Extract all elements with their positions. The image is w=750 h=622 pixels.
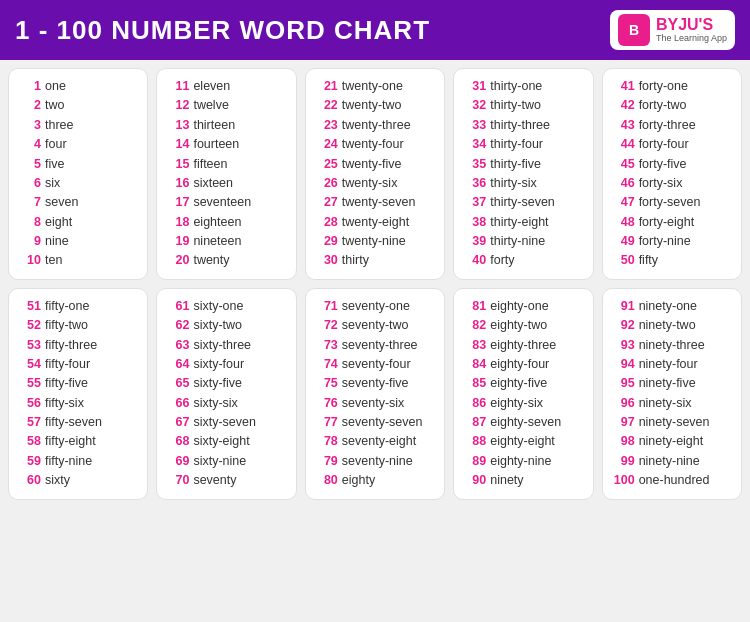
number-value: 7 <box>19 193 41 212</box>
number-value: 29 <box>316 232 338 251</box>
number-word: twenty-two <box>342 96 402 115</box>
list-item: 36thirty-six <box>464 174 582 193</box>
number-word: seventy-three <box>342 336 418 355</box>
number-word: thirty-seven <box>490 193 555 212</box>
number-value: 10 <box>19 251 41 270</box>
number-box: 91ninety-one92ninety-two93ninety-three94… <box>602 288 742 500</box>
number-value: 24 <box>316 135 338 154</box>
logo-subtitle: The Learning App <box>656 34 727 44</box>
list-item: 94ninety-four <box>613 355 731 374</box>
list-item: 27twenty-seven <box>316 193 434 212</box>
number-word: twenty-five <box>342 155 402 174</box>
number-value: 97 <box>613 413 635 432</box>
number-value: 9 <box>19 232 41 251</box>
list-item: 52fifty-two <box>19 316 137 335</box>
list-item: 13thirteen <box>167 116 285 135</box>
number-value: 42 <box>613 96 635 115</box>
number-word: eleven <box>193 77 230 96</box>
number-word: eighty-two <box>490 316 547 335</box>
list-item: 34thirty-four <box>464 135 582 154</box>
number-word: twenty-six <box>342 174 398 193</box>
number-word: forty-one <box>639 77 688 96</box>
number-word: ten <box>45 251 62 270</box>
list-item: 47forty-seven <box>613 193 731 212</box>
number-word: seventy-five <box>342 374 409 393</box>
number-value: 90 <box>464 471 486 490</box>
list-item: 76seventy-six <box>316 394 434 413</box>
list-item: 70seventy <box>167 471 285 490</box>
number-word: thirty-two <box>490 96 541 115</box>
number-value: 84 <box>464 355 486 374</box>
list-item: 12twelve <box>167 96 285 115</box>
list-item: 63sixty-three <box>167 336 285 355</box>
number-value: 69 <box>167 452 189 471</box>
list-item: 2two <box>19 96 137 115</box>
number-word: sixty-five <box>193 374 242 393</box>
list-item: 24twenty-four <box>316 135 434 154</box>
number-value: 14 <box>167 135 189 154</box>
number-value: 48 <box>613 213 635 232</box>
number-word: twenty-nine <box>342 232 406 251</box>
list-item: 59fifty-nine <box>19 452 137 471</box>
number-value: 46 <box>613 174 635 193</box>
number-box: 21twenty-one22twenty-two23twenty-three24… <box>305 68 445 280</box>
number-value: 8 <box>19 213 41 232</box>
list-item: 98ninety-eight <box>613 432 731 451</box>
number-value: 83 <box>464 336 486 355</box>
list-item: 32thirty-two <box>464 96 582 115</box>
list-item: 67sixty-seven <box>167 413 285 432</box>
number-value: 6 <box>19 174 41 193</box>
list-item: 55fifty-five <box>19 374 137 393</box>
logo-brand: BYJU'S <box>656 16 727 34</box>
number-value: 45 <box>613 155 635 174</box>
number-word: fifteen <box>193 155 227 174</box>
number-word: forty <box>490 251 514 270</box>
number-value: 94 <box>613 355 635 374</box>
number-word: ninety-three <box>639 336 705 355</box>
number-word: fifty-eight <box>45 432 96 451</box>
list-item: 71seventy-one <box>316 297 434 316</box>
list-item: 85eighty-five <box>464 374 582 393</box>
list-item: 33thirty-three <box>464 116 582 135</box>
number-value: 61 <box>167 297 189 316</box>
list-item: 11eleven <box>167 77 285 96</box>
list-item: 84eighty-four <box>464 355 582 374</box>
number-value: 4 <box>19 135 41 154</box>
number-value: 58 <box>19 432 41 451</box>
number-word: sixty-three <box>193 336 251 355</box>
number-value: 15 <box>167 155 189 174</box>
list-item: 15fifteen <box>167 155 285 174</box>
number-word: seventy-six <box>342 394 405 413</box>
list-item: 51fifty-one <box>19 297 137 316</box>
list-item: 82eighty-two <box>464 316 582 335</box>
list-item: 1one <box>19 77 137 96</box>
list-item: 39thirty-nine <box>464 232 582 251</box>
number-word: fifty-two <box>45 316 88 335</box>
list-item: 86eighty-six <box>464 394 582 413</box>
number-box: 71seventy-one72seventy-two73seventy-thre… <box>305 288 445 500</box>
list-item: 66sixty-six <box>167 394 285 413</box>
number-word: twenty <box>193 251 229 270</box>
number-value: 57 <box>19 413 41 432</box>
list-item: 31thirty-one <box>464 77 582 96</box>
number-value: 76 <box>316 394 338 413</box>
number-value: 96 <box>613 394 635 413</box>
number-value: 37 <box>464 193 486 212</box>
number-word: ninety-six <box>639 394 692 413</box>
number-word: eight <box>45 213 72 232</box>
number-value: 11 <box>167 77 189 96</box>
number-value: 30 <box>316 251 338 270</box>
number-word: ninety <box>490 471 523 490</box>
number-value: 34 <box>464 135 486 154</box>
list-item: 95ninety-five <box>613 374 731 393</box>
number-value: 79 <box>316 452 338 471</box>
number-value: 81 <box>464 297 486 316</box>
number-value: 28 <box>316 213 338 232</box>
number-value: 80 <box>316 471 338 490</box>
header: 1 - 100 NUMBER WORD CHART B BYJU'S The L… <box>0 0 750 60</box>
number-word: sixty-one <box>193 297 243 316</box>
number-word: thirty-nine <box>490 232 545 251</box>
list-item: 64sixty-four <box>167 355 285 374</box>
list-item: 16sixteen <box>167 174 285 193</box>
number-value: 78 <box>316 432 338 451</box>
